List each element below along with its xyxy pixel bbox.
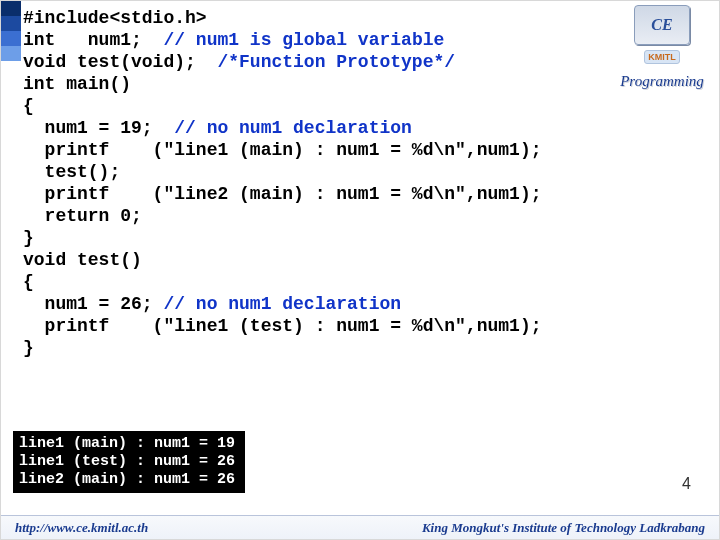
code-line: return 0; <box>23 206 142 226</box>
code-line: num1 = 26; <box>23 294 163 314</box>
code-comment: // no num1 declaration <box>174 118 412 138</box>
code-line: printf ("line1 (test) : num1 = %d\n",num… <box>23 316 541 336</box>
footer-url: http://www.ce.kmitl.ac.th <box>15 520 148 536</box>
code-comment: // no num1 declaration <box>163 294 401 314</box>
output-line: line2 (main) : num1 = 26 <box>19 471 235 488</box>
logo-block: CE KMITL Programming <box>617 5 707 90</box>
logo-ce-icon: CE <box>634 5 690 45</box>
header-stripe <box>1 1 21 61</box>
logo-programming-label: Programming <box>617 73 707 90</box>
footer: http://www.ce.kmitl.ac.th King Mongkut's… <box>1 515 719 539</box>
code-line: int main() <box>23 74 131 94</box>
code-line: void test() <box>23 250 142 270</box>
code-line: printf ("line2 (main) : num1 = %d\n",num… <box>23 184 541 204</box>
output-line: line1 (main) : num1 = 19 <box>19 435 235 452</box>
footer-institution: King Mongkut's Institute of Technology L… <box>422 520 705 536</box>
logo-kmitl-label: KMITL <box>644 50 680 64</box>
code-line: { <box>23 272 34 292</box>
code-comment: // num1 is global variable <box>163 30 444 50</box>
code-line: num1 = 19; <box>23 118 174 138</box>
code-line: int num1; <box>23 30 163 50</box>
code-line: printf ("line1 (main) : num1 = %d\n",num… <box>23 140 541 160</box>
code-block: #include<stdio.h> int num1; // num1 is g… <box>23 7 541 359</box>
code-line: test(); <box>23 162 120 182</box>
slide: CE KMITL Programming #include<stdio.h> i… <box>0 0 720 540</box>
console-output: line1 (main) : num1 = 19 line1 (test) : … <box>13 431 245 493</box>
code-line: { <box>23 96 34 116</box>
code-line: } <box>23 338 34 358</box>
code-line: #include<stdio.h> <box>23 8 207 28</box>
code-comment: /*Function Prototype*/ <box>217 52 455 72</box>
code-line: void test(void); <box>23 52 217 72</box>
code-line: } <box>23 228 34 248</box>
page-number: 4 <box>682 475 691 493</box>
output-line: line1 (test) : num1 = 26 <box>19 453 235 470</box>
